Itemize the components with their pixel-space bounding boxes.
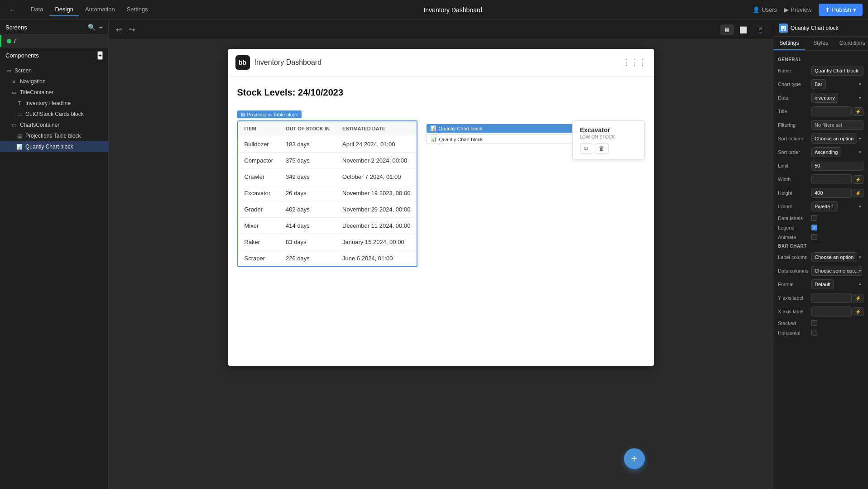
- table-label-icon: ▤: [241, 111, 245, 117]
- table-row: Mixer414 daysDecember 11 2024, 00:00: [238, 218, 417, 234]
- publish-icon: ⬆: [825, 6, 830, 13]
- cell-estimatedDate: June 6 2024, 01:00: [336, 250, 417, 267]
- stock-heading: Stock Levels: 24/10/2023: [237, 87, 645, 98]
- excavator-delete-button[interactable]: 🗑: [595, 143, 609, 154]
- cell-item: Scraper: [238, 250, 280, 267]
- label-horizontal: Horizontal: [778, 330, 809, 336]
- field-title: Title ⚡: [778, 106, 863, 116]
- excavator-copy-button[interactable]: ⧉: [580, 143, 592, 154]
- tree-item-projections-table[interactable]: ▤ Projections Table block: [0, 130, 108, 141]
- fab-add-button[interactable]: +: [624, 448, 645, 469]
- tab-design[interactable]: Design: [49, 3, 78, 16]
- tree-item-navigation[interactable]: ≡ Navigation: [0, 76, 108, 87]
- canvas-toolbar: ↩ ↪ 🖥 ⬜ 📱: [109, 20, 773, 40]
- label-colors: Colors: [778, 204, 809, 209]
- checkbox-animate[interactable]: [811, 234, 817, 240]
- input-title[interactable]: [811, 106, 852, 116]
- cell-estimatedDate: January 15 2024, 00:00: [336, 234, 417, 250]
- cell-estimatedDate: December 11 2024, 00:00: [336, 218, 417, 234]
- projections-table-label[interactable]: ▤ Projections Table block: [237, 110, 302, 118]
- field-chart-type: Chart type Bar: [778, 79, 863, 89]
- redo-button[interactable]: ↪: [127, 24, 137, 36]
- cell-outOfStockIn: 349 days: [279, 169, 336, 185]
- field-height: Height ⚡: [778, 188, 863, 198]
- users-button[interactable]: 👤 Users: [753, 6, 777, 13]
- field-label-column: Label column Choose an option: [778, 252, 863, 262]
- input-height[interactable]: [811, 188, 852, 198]
- select-chart-type[interactable]: Bar: [811, 79, 826, 89]
- label-height: Height: [778, 190, 809, 196]
- components-header: Components +: [0, 47, 108, 63]
- preview-button[interactable]: ▶ Preview: [784, 6, 811, 13]
- tree-item-outofstock-cards[interactable]: ▭ OutOfStock Cards block: [0, 109, 108, 120]
- add-component-button[interactable]: +: [97, 51, 103, 60]
- publish-button[interactable]: ⬆ Publish ▾: [819, 4, 863, 16]
- right-actions: 👤 Users ▶ Preview ⬆ Publish ▾: [753, 4, 863, 16]
- input-width[interactable]: [811, 174, 852, 184]
- tree-item-inventory-headline[interactable]: T Inventory Headline: [0, 98, 108, 109]
- add-screen-button[interactable]: +: [99, 24, 103, 31]
- chart-icon: 📊: [16, 144, 23, 150]
- chartscontainer-icon: ▭: [11, 122, 17, 128]
- select-data-columns[interactable]: Choose some opti...: [811, 266, 862, 276]
- tab-styles[interactable]: Styles: [805, 37, 837, 50]
- table-row: Grader402 daysNovember 29 2024, 00:00: [238, 201, 417, 218]
- select-sort-column[interactable]: Choose an option: [811, 134, 857, 144]
- input-y-axis[interactable]: [811, 293, 852, 303]
- tab-automation[interactable]: Automation: [80, 3, 120, 16]
- select-label-column[interactable]: Choose an option: [811, 252, 857, 262]
- screen-icon: ▭: [5, 67, 12, 74]
- input-name[interactable]: [811, 66, 863, 76]
- y-axis-lightning-button[interactable]: ⚡: [853, 294, 863, 302]
- tab-conditions[interactable]: Conditions: [836, 37, 868, 50]
- title-lightning-button[interactable]: ⚡: [853, 107, 863, 116]
- dashboard-title: Inventory Dashboard: [254, 58, 322, 67]
- field-animate: Animate: [778, 234, 863, 240]
- tree-item-chartscontainer[interactable]: ▭ ChartsContainer: [0, 120, 108, 130]
- cell-estimatedDate: November 2 2024, 00:00: [336, 153, 417, 169]
- back-button[interactable]: ←: [5, 4, 20, 16]
- width-lightning-button[interactable]: ⚡: [853, 175, 863, 184]
- label-filtering: Filtering: [778, 122, 809, 128]
- cell-estimatedDate: October 7 2024, 01:00: [336, 169, 417, 185]
- tree-item-quantly-chart[interactable]: 📊 Quantiy Chart block: [0, 141, 108, 152]
- tab-data[interactable]: Data: [25, 3, 48, 16]
- canvas-area: ↩ ↪ 🖥 ⬜ 📱 bb Inventory Dashboard ⋮⋮⋮: [109, 20, 773, 489]
- cell-item: Raker: [238, 234, 280, 250]
- field-legend: Legend: [778, 225, 863, 230]
- screens-label: Screens: [5, 24, 27, 31]
- select-format[interactable]: Default: [811, 279, 834, 289]
- tab-settings[interactable]: Settings: [121, 3, 153, 16]
- dashboard-body: Stock Levels: 24/10/2023 ▤ Projections T…: [228, 77, 654, 278]
- excavator-card: Excavator LOW ON STOCK ⧉ 🗑: [572, 120, 645, 160]
- checkbox-legend[interactable]: [811, 225, 817, 230]
- cell-item: Grader: [238, 201, 280, 218]
- checkbox-data-labels[interactable]: [811, 215, 817, 221]
- titlecontainer-icon: ▭: [11, 89, 17, 96]
- input-limit[interactable]: [811, 161, 863, 171]
- select-colors[interactable]: Palette 1: [811, 201, 838, 211]
- undo-button[interactable]: ↩: [114, 24, 124, 36]
- desktop-view-button[interactable]: 🖥: [720, 24, 734, 35]
- tab-settings[interactable]: Settings: [773, 37, 805, 50]
- search-button[interactable]: 🔍: [88, 24, 96, 31]
- tablet-view-button[interactable]: ⬜: [736, 24, 751, 35]
- checkbox-stacked[interactable]: [811, 320, 817, 326]
- cell-outOfStockIn: 183 days: [279, 136, 336, 153]
- filtering-button[interactable]: No filters set: [811, 120, 863, 130]
- cell-outOfStockIn: 402 days: [279, 201, 336, 218]
- tree-item-screen[interactable]: ▭ Screen: [0, 65, 108, 76]
- select-data[interactable]: inventory: [811, 93, 838, 103]
- screen-item[interactable]: /: [0, 35, 108, 47]
- checkbox-horizontal[interactable]: [811, 330, 817, 336]
- mobile-view-button[interactable]: 📱: [753, 24, 767, 35]
- select-sort-order[interactable]: Ascending: [811, 147, 841, 157]
- x-axis-lightning-button[interactable]: ⚡: [853, 307, 863, 316]
- tree-item-titlecontainer[interactable]: ▭ TitleContainer: [0, 87, 108, 98]
- height-lightning-button[interactable]: ⚡: [853, 189, 863, 197]
- bar-chart-section-label: BAR CHART: [778, 244, 863, 249]
- menu-dots-icon[interactable]: ⋮⋮⋮: [622, 58, 647, 67]
- left-sidebar: Screens 🔍 + / Components + ▭ Screen ≡ Na…: [0, 20, 109, 489]
- label-name: Name: [778, 68, 809, 73]
- input-x-axis[interactable]: [811, 307, 852, 316]
